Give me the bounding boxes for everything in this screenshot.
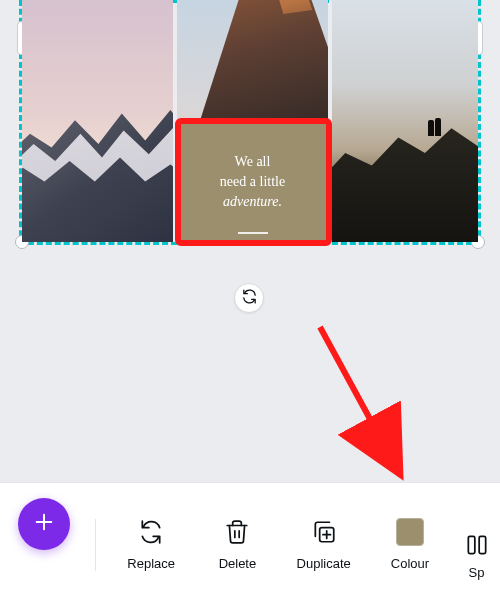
svg-line-0	[320, 327, 395, 465]
duplicate-icon	[310, 518, 338, 546]
quote-card[interactable]: We all need a little adventure.	[177, 122, 328, 242]
svg-rect-8	[468, 536, 475, 553]
delete-label: Delete	[219, 556, 257, 571]
collage-panel-middle[interactable]: We all need a little adventure.	[177, 0, 328, 242]
colour-action[interactable]: Colour	[367, 483, 453, 606]
quote-line-1: We all	[220, 152, 285, 172]
add-button[interactable]	[18, 498, 70, 550]
replace-action[interactable]: Replace	[108, 483, 194, 606]
quote-line-3: adventure.	[220, 192, 285, 212]
toolbar-separator	[95, 519, 96, 571]
replace-label: Replace	[127, 556, 175, 571]
colour-label: Colour	[391, 556, 429, 571]
replace-icon	[137, 518, 165, 546]
canvas-area: We all need a little adventure.	[0, 0, 500, 260]
swap-button[interactable]	[234, 283, 264, 313]
duplicate-label: Duplicate	[297, 556, 351, 571]
collage-panel-right[interactable]	[332, 0, 478, 242]
quote-line-2: need a little	[220, 172, 285, 192]
delete-action[interactable]: Delete	[194, 483, 280, 606]
annotation-arrow	[280, 315, 450, 495]
colour-swatch	[396, 518, 424, 546]
spacing-label: Sp	[469, 565, 485, 580]
spacing-icon	[463, 531, 491, 559]
trash-icon	[223, 518, 251, 546]
bottom-toolbar: Replace Delete	[0, 482, 500, 606]
svg-rect-9	[479, 536, 486, 553]
quote-divider	[238, 232, 268, 234]
swap-icon	[241, 288, 258, 309]
plus-icon	[33, 511, 55, 537]
collage-panel-left[interactable]	[22, 0, 173, 242]
spacing-action[interactable]: Sp	[453, 483, 500, 606]
duplicate-action[interactable]: Duplicate	[281, 483, 367, 606]
